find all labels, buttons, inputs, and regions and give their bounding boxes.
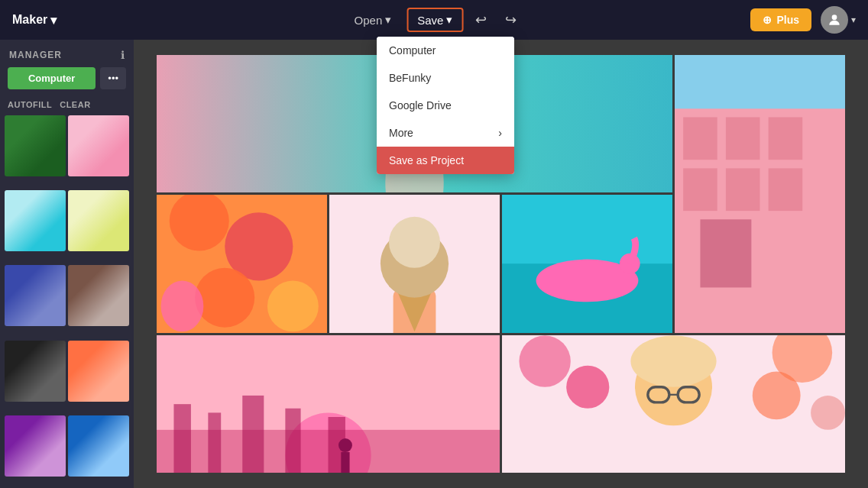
thumbnail-9[interactable]	[5, 415, 66, 477]
plus-icon: ⊕	[763, 14, 772, 26]
svg-point-18	[267, 281, 319, 332]
save-dropdown-menu: Computer BeFunky Google Drive More › Sav…	[377, 37, 514, 174]
svg-rect-32	[173, 404, 190, 473]
dropdown-item-befunky[interactable]: BeFunky	[377, 64, 514, 92]
clear-label: CLEAR	[60, 100, 90, 109]
sidebar-computer-label: Computer	[28, 73, 75, 84]
autofill-bar: AUTOFILL CLEAR	[0, 97, 134, 115]
header-center: Open ▾ Save ▾ ↩ ↪	[345, 8, 523, 32]
svg-rect-10	[683, 168, 717, 211]
header-left: Maker ▾	[12, 13, 57, 27]
thumbnail-10[interactable]	[68, 415, 129, 477]
plus-label: Plus	[776, 14, 799, 26]
thumbnail-4[interactable]	[68, 190, 129, 251]
undo-icon: ↩	[475, 12, 487, 27]
dropdown-more-arrow-icon: ›	[498, 127, 502, 139]
sidebar-more-dots-icon: •••	[108, 73, 118, 84]
maker-chevron-icon: ▾	[50, 13, 57, 27]
undo-button[interactable]: ↩	[469, 8, 493, 31]
svg-point-43	[753, 371, 801, 419]
svg-rect-13	[700, 219, 751, 287]
thumbnail-5[interactable]	[5, 265, 66, 326]
dropdown-more-label: More	[389, 127, 413, 139]
svg-rect-33	[208, 412, 221, 473]
svg-point-19	[161, 281, 204, 332]
collage-photo-bot-right	[502, 335, 845, 473]
sidebar-image-grid	[0, 115, 134, 488]
thumbnail-3[interactable]	[5, 190, 66, 251]
save-button[interactable]: Save ▾	[406, 8, 463, 32]
thumbnail-1[interactable]	[5, 115, 66, 176]
svg-rect-11	[726, 168, 760, 211]
dropdown-item-more[interactable]: More ›	[377, 119, 514, 147]
svg-rect-8	[726, 117, 760, 160]
sidebar-more-button[interactable]: •••	[100, 67, 126, 89]
thumbnail-8[interactable]	[68, 341, 129, 402]
collage-photo-mid-center	[329, 195, 500, 332]
info-icon[interactable]: ℹ	[121, 49, 125, 61]
dropdown-computer-label: Computer	[389, 44, 436, 57]
open-button[interactable]: Open ▾	[345, 8, 401, 31]
svg-point-17	[195, 268, 254, 328]
collage-photo-top-right	[675, 55, 845, 333]
collage-photo-mid-left	[157, 195, 327, 332]
header-right: ⊕ Plus ▾	[750, 6, 856, 34]
dropdown-befunky-label: BeFunky	[389, 72, 431, 84]
svg-rect-34	[242, 396, 264, 473]
svg-point-40	[519, 335, 570, 386]
sidebar-computer-button[interactable]: Computer	[8, 67, 96, 89]
dropdown-googledrive-label: Google Drive	[389, 99, 452, 111]
avatar[interactable]	[821, 6, 848, 34]
autofill-button[interactable]: AUTOFILL	[8, 100, 52, 109]
plus-button[interactable]: ⊕ Plus	[750, 8, 811, 31]
save-chevron-icon: ▾	[446, 13, 452, 27]
collage-photo-bot-left	[157, 335, 500, 473]
open-chevron-icon: ▾	[385, 13, 391, 27]
dropdown-item-save-as-project[interactable]: Save as Project	[377, 147, 514, 174]
svg-rect-12	[769, 168, 803, 211]
dropdown-save-as-project-label: Save as Project	[389, 154, 464, 166]
svg-point-24	[389, 217, 440, 268]
thumbnail-6[interactable]	[68, 265, 129, 326]
svg-point-0	[832, 15, 837, 20]
svg-point-37	[338, 438, 352, 452]
dropdown-item-computer[interactable]: Computer	[377, 37, 514, 64]
svg-rect-35	[285, 408, 300, 473]
clear-button[interactable]: CLEAR	[60, 100, 90, 109]
avatar-chevron-icon: ▾	[851, 15, 856, 25]
svg-point-44	[811, 396, 845, 430]
sidebar-controls: Computer •••	[0, 67, 134, 97]
header: Maker ▾ Open ▾ Save ▾ ↩ ↪ ⊕ Plus	[0, 0, 868, 40]
redo-button[interactable]: ↪	[499, 8, 523, 31]
svg-rect-9	[769, 117, 803, 160]
dropdown-item-googledrive[interactable]: Google Drive	[377, 92, 514, 119]
open-label: Open	[355, 14, 383, 27]
svg-point-46	[630, 335, 716, 386]
svg-rect-7	[683, 117, 717, 160]
thumbnail-7[interactable]	[5, 341, 66, 402]
autofill-label: AUTOFILL	[8, 100, 52, 109]
sidebar-header: MANAGER ℹ	[0, 40, 134, 67]
sidebar-manager-title: MANAGER	[9, 50, 62, 60]
thumbnail-2[interactable]	[68, 115, 129, 176]
sidebar: MANAGER ℹ Computer ••• AUTOFILL CLEAR	[0, 40, 134, 488]
svg-point-41	[566, 365, 609, 408]
svg-rect-38	[341, 452, 349, 473]
redo-icon: ↪	[505, 12, 517, 27]
maker-label: Maker	[12, 13, 47, 27]
collage-photo-mid-right	[502, 195, 672, 332]
maker-button[interactable]: Maker ▾	[12, 13, 57, 27]
save-label: Save	[417, 14, 443, 27]
